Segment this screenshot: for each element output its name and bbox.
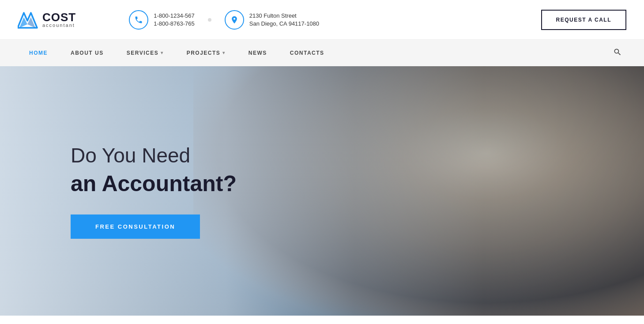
nav-link-services[interactable]: SERVICES ▾ [115, 40, 175, 66]
top-bar: COST accountant 1-800-1234-567 1-800-876… [0, 0, 644, 40]
nav-link-news[interactable]: NEWS [237, 40, 279, 66]
nav-links: HOME ABOUT US SERVICES ▾ PROJECTS ▾ NEWS [18, 40, 336, 66]
logo-brand: COST [42, 11, 76, 23]
address-line-2: San Diego, CA 94117-1080 [249, 20, 319, 27]
nav-item-contacts[interactable]: CONTACTS [279, 40, 336, 66]
services-dropdown-arrow: ▾ [161, 40, 164, 66]
phone-icon [134, 15, 143, 24]
address-contact: 2130 Fulton Street San Diego, CA 94117-1… [225, 10, 319, 30]
nav-item-about[interactable]: ABOUT US [59, 40, 115, 66]
logo-sub: accountant [42, 23, 76, 28]
phone-number-1: 1-800-1234-567 [154, 12, 195, 19]
nav-link-contacts[interactable]: CONTACTS [279, 40, 336, 66]
logo-icon [18, 11, 38, 29]
phone-number-2: 1-800-8763-765 [154, 20, 195, 27]
phone-contact: 1-800-1234-567 1-800-8763-765 [129, 10, 195, 30]
logo[interactable]: COST accountant [18, 11, 76, 29]
projects-dropdown-arrow: ▾ [222, 40, 226, 66]
address-line-1: 2130 Fulton Street [249, 12, 319, 19]
nav-item-projects[interactable]: PROJECTS ▾ [175, 40, 237, 66]
nav-item-home[interactable]: HOME [18, 40, 59, 66]
contact-divider [208, 18, 211, 22]
hero-section: Do You Need an Accountant? FREE CONSULTA… [0, 66, 644, 316]
hero-tagline-2: an Accountant? [71, 170, 237, 197]
location-icon [230, 15, 239, 24]
free-consultation-button[interactable]: FREE CONSULTATION [71, 215, 200, 239]
nav-link-home[interactable]: HOME [18, 40, 59, 66]
hero-content: Do You Need an Accountant? FREE CONSULTA… [71, 143, 237, 238]
nav-item-services[interactable]: SERVICES ▾ [115, 40, 175, 66]
nav-link-projects[interactable]: PROJECTS ▾ [175, 40, 237, 66]
search-icon [613, 48, 622, 57]
nav-link-about[interactable]: ABOUT US [59, 40, 115, 66]
hero-tagline-1: Do You Need [71, 143, 237, 167]
request-call-button[interactable]: REQUEST A CALL [541, 10, 626, 30]
phone-icon-circle [129, 10, 148, 30]
location-icon-circle [225, 10, 244, 30]
navigation: HOME ABOUT US SERVICES ▾ PROJECTS ▾ NEWS [0, 40, 644, 66]
nav-item-news[interactable]: NEWS [237, 40, 279, 66]
search-button[interactable] [609, 48, 626, 59]
